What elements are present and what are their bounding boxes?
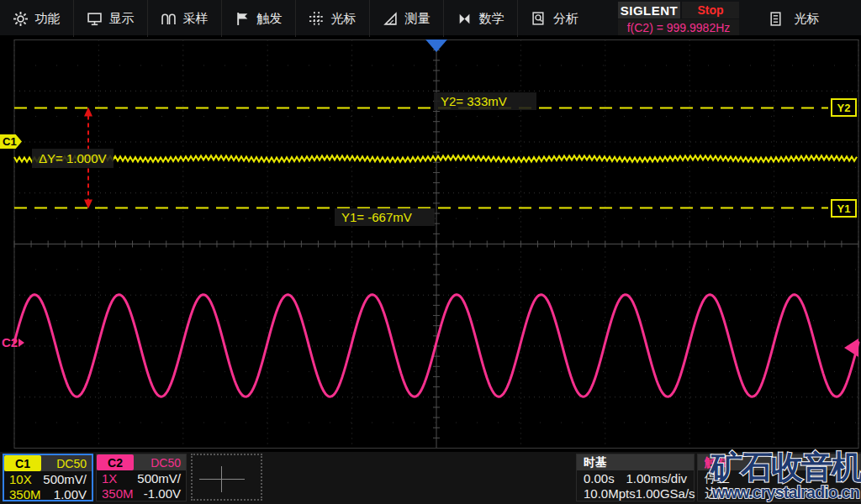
c1-offset: 1.00V <box>54 487 87 501</box>
menu-item-trigger[interactable]: 触发 <box>222 0 296 37</box>
c1-channel-box[interactable]: C1 DC50 10X 500mV/ 350M 1.00V <box>3 454 93 501</box>
frequency-counter: f(C2) = 999.9982Hz <box>618 19 739 35</box>
menu-item-cursor[interactable]: 光标 <box>296 0 370 37</box>
list-icon <box>769 12 783 26</box>
trigger-state: 停止 <box>705 470 730 486</box>
menu-item-label: 光标 <box>331 11 357 27</box>
c2-scale: 500mV/ <box>137 471 181 486</box>
delta-y-readout: ΔY= 1.000V <box>32 149 114 168</box>
menu-item-analysis[interactable]: 分析 <box>518 0 592 37</box>
c2-offset: -1.00V <box>144 486 181 501</box>
y1-cursor-readout: Y1= -667mV <box>335 208 435 226</box>
menu-item-label: 采样 <box>183 11 209 27</box>
timebase-box[interactable]: 时基 0.00s 1.00ms/div 10.0Mpts 1.00GSa/s <box>576 454 695 501</box>
c2-channel-marker[interactable]: C2 <box>2 335 24 349</box>
c1-scale: 500mV/ <box>43 472 87 486</box>
y2-cursor-handle[interactable]: Y2 <box>831 98 857 117</box>
menu-item-acquire[interactable]: 采样 <box>148 0 222 37</box>
math-icon <box>457 12 472 26</box>
c1-trace <box>14 155 857 161</box>
trigger-flag-icon <box>235 12 250 26</box>
gear-icon <box>13 12 28 26</box>
crosshair-icon <box>221 466 222 492</box>
waveform-display: C1 C2 ΔY= 1.000V Y2= 333mV Y1= -667mV Y2… <box>0 37 861 452</box>
graticule-and-traces[interactable] <box>0 37 861 452</box>
c1-bandwidth: 350M <box>9 487 41 501</box>
sampling-icon <box>161 12 176 26</box>
menu-bar: 功能 显示 采样 触发 光标 <box>0 0 861 37</box>
timebase-scale: 1.00ms/div <box>626 471 687 486</box>
menu-item-label: 数学 <box>479 11 504 27</box>
timebase-title: 时基 <box>577 454 694 470</box>
c2-probe: 1X <box>102 471 117 486</box>
timebase-samplerate: 1.00GSa/s <box>636 486 695 501</box>
y2-cursor-readout: Y2= 333mV <box>434 92 536 110</box>
c1-probe: 10X <box>9 472 32 486</box>
menu-item-measure[interactable]: 测量 <box>370 0 444 37</box>
y1-cursor-handle[interactable]: Y1 <box>831 199 857 218</box>
timebase-memory: 10.0Mpts <box>584 486 636 501</box>
trigger-title: 触发 <box>698 454 860 470</box>
c2-marker-arrow-icon <box>18 339 24 347</box>
run-state-indicator[interactable]: Stop <box>682 2 739 18</box>
timebase-delay: 0.00s <box>584 471 615 486</box>
analysis-icon <box>531 12 546 26</box>
c1-coupling: DC50 <box>41 457 92 470</box>
measure-icon <box>383 12 398 26</box>
c2-bandwidth: 350M <box>102 486 134 501</box>
display-icon <box>87 12 102 26</box>
menu-item-display[interactable]: 显示 <box>74 0 148 37</box>
c2-tag: C2 <box>97 454 134 470</box>
crosshair-icon <box>199 479 245 480</box>
c2-coupling: DC50 <box>134 456 186 470</box>
c1-tag: C1 <box>4 455 41 471</box>
brand-block: SIGLENT Stop f(C2) = 999.9982Hz <box>618 2 739 35</box>
trigger-box[interactable]: 触发 停止 边沿 <box>697 454 861 501</box>
menu-item-label: 功能 <box>35 11 61 27</box>
menu-item-cursor-panel[interactable]: 光标 <box>743 0 844 37</box>
menu-item-math[interactable]: 数学 <box>444 0 518 37</box>
cursor-grid-icon <box>309 12 324 26</box>
c2-channel-box[interactable]: C2 DC50 1X 500mV/ 350M -1.00V <box>96 454 187 501</box>
menu-item-label: 触发 <box>257 11 283 27</box>
add-channel-dropzone[interactable] <box>191 454 262 501</box>
status-bar: C1 DC50 10X 500mV/ 350M 1.00V C2 DC50 1X… <box>0 452 861 504</box>
menu-item-label: 测量 <box>405 11 430 27</box>
trigger-position-marker-icon[interactable] <box>425 39 447 52</box>
menu-item-function[interactable]: 功能 <box>0 0 74 37</box>
menu-item-label: 显示 <box>109 11 135 27</box>
trigger-level-marker-icon[interactable] <box>844 339 858 357</box>
menu-item-label: 光标 <box>795 11 820 27</box>
menu-item-label: 分析 <box>553 11 578 27</box>
trigger-type: 边沿 <box>705 486 730 501</box>
siglent-logo: SIGLENT <box>618 2 680 18</box>
